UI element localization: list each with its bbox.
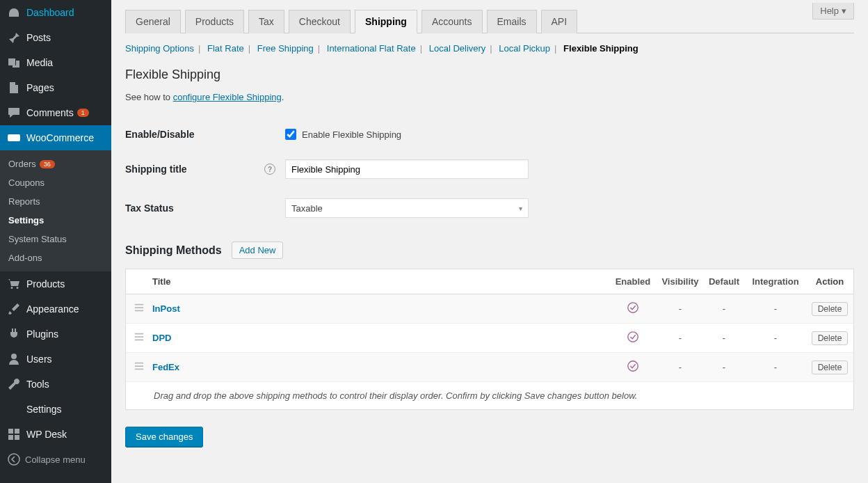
tab-accounts[interactable]: Accounts: [421, 10, 483, 33]
settings-tabs: General Products Tax Checkout Shipping A…: [125, 0, 854, 33]
sidebar-item-label: Posts: [26, 32, 51, 43]
subnav-local-pickup[interactable]: Local Pickup: [499, 43, 550, 54]
method-link[interactable]: InPost: [152, 303, 180, 314]
save-changes-button[interactable]: Save changes: [125, 427, 203, 447]
tab-checkout[interactable]: Checkout: [289, 10, 351, 33]
tab-api[interactable]: API: [541, 10, 578, 33]
drag-icon: [134, 361, 144, 371]
sidebar-item-media[interactable]: Media: [0, 50, 111, 75]
shipping-title-input[interactable]: [285, 159, 529, 179]
help-label: Help: [820, 6, 839, 16]
help-tab[interactable]: Help ▾: [812, 3, 854, 19]
svg-point-2: [628, 303, 638, 312]
sidebar-item-label: Comments: [26, 107, 74, 118]
add-new-button[interactable]: Add New: [232, 242, 284, 259]
sidebar-item-dashboard[interactable]: Dashboard: [0, 0, 111, 25]
delete-button[interactable]: Delete: [812, 302, 849, 316]
enable-checkbox[interactable]: [285, 129, 296, 140]
sidebar-item-label: Settings: [26, 404, 62, 415]
sidebar-item-woocommerce[interactable]: WooCommerce: [0, 125, 111, 150]
col-action: Action: [806, 276, 853, 287]
col-visibility: Visibility: [657, 276, 703, 287]
tax-status-select[interactable]: Taxable ▾: [285, 198, 529, 218]
chevron-down-icon: ▾: [519, 205, 522, 212]
sidebar-item-label: Media: [26, 57, 53, 68]
subnav-local-delivery[interactable]: Local Delivery: [429, 43, 486, 54]
sidebar-item-users[interactable]: Users: [0, 347, 111, 372]
shipping-title-label: Shipping title ?: [125, 164, 285, 175]
sidebar-item-appearance[interactable]: Appearance: [0, 296, 111, 322]
methods-table: Title Enabled Visibility Default Integra…: [125, 269, 854, 410]
submenu-item-settings[interactable]: Settings: [0, 211, 111, 230]
check-circle-icon: [627, 360, 639, 372]
enable-label: Enable/Disable: [125, 129, 285, 140]
sidebar-item-pages[interactable]: Pages: [0, 75, 111, 100]
tab-general[interactable]: General: [125, 10, 181, 33]
col-title: Title: [152, 276, 609, 287]
drag-handle[interactable]: [126, 332, 152, 344]
submenu-item-addons[interactable]: Add-ons: [0, 248, 111, 267]
method-link[interactable]: DPD: [152, 333, 171, 343]
sidebar-item-wpdesk[interactable]: WP Desk: [0, 422, 111, 447]
cell-visibility: -: [657, 333, 703, 343]
cell-integration: -: [745, 303, 806, 314]
col-enabled: Enabled: [609, 276, 657, 287]
sidebar-item-label: Plugins: [26, 328, 58, 340]
submenu-label: Coupons: [8, 177, 45, 188]
table-footer-note: Drag and drop the above shipping methods…: [126, 382, 853, 409]
sidebar-item-tools[interactable]: Tools: [0, 372, 111, 397]
submenu-item-orders[interactable]: Orders 36: [0, 155, 111, 173]
page-title: Flexible Shipping: [125, 68, 854, 82]
collapse-label: Collapse menu: [25, 454, 86, 465]
table-header: Title Enabled Visibility Default Integra…: [126, 269, 853, 294]
sidebar-item-products[interactable]: Products: [0, 271, 111, 296]
collapse-menu-button[interactable]: Collapse menu: [0, 447, 111, 472]
svg-point-3: [628, 332, 638, 342]
sidebar-item-label: Appearance: [26, 303, 79, 315]
sidebar-item-posts[interactable]: Posts: [0, 25, 111, 50]
tab-products[interactable]: Products: [185, 10, 244, 33]
submenu-item-reports[interactable]: Reports: [0, 192, 111, 211]
main-content: Help ▾ General Products Tax Checkout Shi…: [111, 0, 868, 483]
sidebar-item-label: Dashboard: [26, 7, 74, 18]
svg-rect-0: [8, 134, 20, 141]
media-icon: [7, 56, 21, 70]
orders-badge: 36: [40, 160, 55, 168]
configure-link[interactable]: configure Flexible Shipping: [173, 92, 282, 102]
tab-shipping[interactable]: Shipping: [355, 10, 417, 33]
col-default: Default: [703, 276, 745, 287]
subnav-shipping-options[interactable]: Shipping Options: [125, 43, 194, 54]
check-circle-icon: [627, 331, 639, 343]
tab-tax[interactable]: Tax: [248, 10, 284, 33]
sidebar-item-label: Pages: [26, 82, 54, 93]
page-icon: [7, 81, 21, 95]
submenu-item-system-status[interactable]: System Status: [0, 230, 111, 248]
brush-icon: [7, 302, 21, 316]
tax-row: Tax Status Taxable ▾: [125, 189, 854, 228]
sidebar-item-comments[interactable]: Comments 1: [0, 100, 111, 125]
submenu-item-coupons[interactable]: Coupons: [0, 173, 111, 192]
title-row: Shipping title ?: [125, 150, 854, 189]
delete-button[interactable]: Delete: [812, 361, 849, 374]
table-row: DPD - - - Delete: [126, 324, 853, 353]
sidebar-item-settings[interactable]: Settings: [0, 397, 111, 422]
sliders-icon: [7, 402, 21, 416]
methods-heading: Shipping Methods: [125, 244, 222, 257]
method-link[interactable]: FedEx: [152, 362, 179, 372]
submenu-label: Reports: [8, 196, 40, 207]
table-row: InPost - - - Delete: [126, 294, 853, 324]
sidebar-item-plugins[interactable]: Plugins: [0, 322, 111, 347]
subnav-flat-rate[interactable]: Flat Rate: [207, 43, 244, 54]
drag-handle[interactable]: [126, 361, 152, 373]
subnav-flexible-shipping: Flexible Shipping: [563, 43, 638, 54]
svg-point-4: [628, 361, 638, 371]
cell-default: -: [703, 333, 745, 343]
subnav-international-flat-rate[interactable]: International Flat Rate: [327, 43, 416, 54]
enable-checkbox-label: Enable Flexible Shipping: [302, 129, 401, 140]
drag-handle[interactable]: [126, 303, 152, 315]
tab-emails[interactable]: Emails: [487, 10, 537, 33]
help-icon[interactable]: ?: [264, 164, 275, 175]
subnav-free-shipping[interactable]: Free Shipping: [257, 43, 314, 54]
collapse-icon: [7, 452, 21, 466]
delete-button[interactable]: Delete: [812, 331, 849, 345]
